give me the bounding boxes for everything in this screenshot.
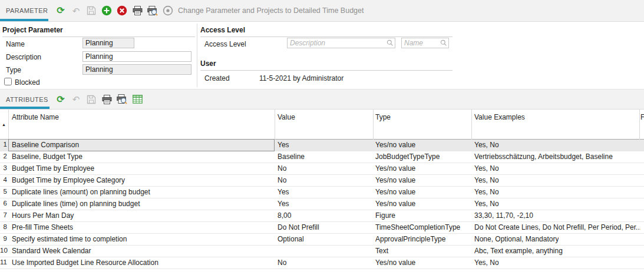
grid-view-icon[interactable] <box>130 93 145 106</box>
print-icon[interactable] <box>99 93 114 106</box>
cell-type[interactable]: Text <box>375 247 388 255</box>
active-tab-indicator <box>0 19 48 21</box>
cell-value[interactable]: No <box>278 259 286 267</box>
cell-value[interactable]: Yes <box>278 188 289 196</box>
cell-type[interactable]: ApprovalPrincipleType <box>375 235 445 243</box>
cell-value-examples[interactable]: Yes, No <box>474 200 499 208</box>
cell-value-examples[interactable]: 33,30, 11,70, -2,10 <box>474 211 533 220</box>
add-icon[interactable] <box>99 4 114 17</box>
section-title-user: User <box>200 59 453 71</box>
table-row[interactable]: 3 Budget Time by Employee No Yes/no valu… <box>0 163 644 175</box>
print-icon[interactable] <box>130 4 145 17</box>
cell-type[interactable]: Yes/no value <box>375 164 415 173</box>
cell-attribute-name[interactable]: Budget Time by Employee <box>12 164 94 173</box>
attributes-table: ▲ Attribute Name Value Type Value Exampl… <box>0 110 644 270</box>
cell-value-examples[interactable]: Yes, No <box>474 176 499 184</box>
tab-parameter[interactable]: PARAMETER <box>0 7 53 14</box>
cell-value-examples[interactable]: Do Not Create Lines, Do Not Prefill, Per… <box>474 223 640 231</box>
sort-ascending-icon[interactable]: ▲ <box>2 122 6 127</box>
column-header-value[interactable]: Value <box>278 113 295 121</box>
row-number: 4 <box>0 176 7 183</box>
table-row[interactable]: 5 Duplicate lines (amount) on planning b… <box>0 187 644 198</box>
attributes-toolbar: ATTRIBUTES ⟳ ↶ <box>0 89 644 110</box>
table-row[interactable]: 6 Duplicate lines (time) on planning bud… <box>0 198 644 210</box>
cell-type[interactable]: JobBudgetTypeType <box>375 153 440 161</box>
undo-icon[interactable]: ↶ <box>68 4 84 17</box>
cell-value-examples[interactable]: Vertriebsschätzung, Arbeitsbudget, Basel… <box>474 153 613 161</box>
description-label: Description <box>6 53 41 61</box>
cell-type[interactable]: Yes/no value <box>375 188 415 196</box>
column-header-type[interactable]: Type <box>375 113 391 121</box>
action-button-change-parameter[interactable]: Change Parameter and Projects to Detaile… <box>178 6 364 15</box>
cell-value[interactable]: Optional <box>278 235 304 243</box>
row-number: 5 <box>0 188 7 195</box>
save-icon[interactable] <box>84 93 99 106</box>
cell-attribute-name[interactable]: Specify estimated time to completion <box>12 235 127 243</box>
row-number: 7 <box>0 211 7 218</box>
created-label: Created <box>204 74 230 82</box>
table-row[interactable]: 1 Baseline Comparison Yes Yes/no value Y… <box>0 140 644 151</box>
cell-value[interactable]: No <box>278 164 286 173</box>
row-number: 11 <box>0 259 7 266</box>
cell-value-examples[interactable]: Yes, No <box>474 141 499 149</box>
cell-attribute-name[interactable]: Standard Week Calendar <box>12 247 91 255</box>
cell-type[interactable]: Yes/no value <box>375 176 415 184</box>
type-label: Type <box>6 66 21 74</box>
cell-attribute-name[interactable]: Duplicate lines (time) on planning budge… <box>12 200 140 208</box>
run-action-icon[interactable] <box>160 4 176 17</box>
cell-value[interactable]: Do Not Prefill <box>278 223 319 231</box>
cell-value[interactable]: Yes <box>278 200 289 208</box>
cell-value[interactable]: Yes <box>278 141 289 149</box>
cell-type[interactable]: Yes/no value <box>375 141 415 149</box>
table-row[interactable]: 11 Use Imported Budget Line Resource All… <box>0 257 644 269</box>
blocked-checkbox[interactable] <box>4 78 12 85</box>
cell-type[interactable]: Yes/no value <box>375 200 415 208</box>
cell-attribute-name[interactable]: Duplicate lines (amount) on planning bud… <box>12 188 150 196</box>
refresh-icon[interactable]: ⟳ <box>53 4 68 17</box>
table-row[interactable]: 7 Hours Per Man Day 8,00 Figure 33,30, 1… <box>0 210 644 222</box>
cell-attribute-name[interactable]: Baseline, Budget Type <box>12 153 82 161</box>
refresh-icon[interactable]: ⟳ <box>53 93 68 106</box>
cell-attribute-name[interactable]: Budget Time by Employee Category <box>12 176 125 184</box>
cell-value-examples[interactable]: Yes, No <box>474 259 499 267</box>
column-header-attribute-name[interactable]: Attribute Name <box>12 113 59 121</box>
cell-attribute-name[interactable]: Pre-fill Time Sheets <box>12 223 73 231</box>
access-level-description-input[interactable] <box>287 38 395 48</box>
cell-type[interactable]: Yes/no value <box>375 259 415 267</box>
table-row[interactable]: 8 Pre-fill Time Sheets Do Not Prefill Ti… <box>0 222 644 234</box>
table-row[interactable]: 2 Baseline, Budget Type Baseline JobBudg… <box>0 151 644 163</box>
description-field[interactable] <box>82 51 191 62</box>
table-row[interactable]: 10 Standard Week Calendar Text Abc, Text… <box>0 246 644 257</box>
print-preview-icon[interactable] <box>145 4 160 17</box>
save-icon[interactable] <box>84 4 99 17</box>
cell-type[interactable]: TimeSheetCompletionType <box>375 223 460 231</box>
cell-value-examples[interactable]: Yes, No <box>474 188 499 196</box>
access-level-description-search <box>287 38 395 48</box>
cell-attribute-name[interactable]: Use Imported Budget Line Resource Alloca… <box>12 259 158 267</box>
attributes-table-body: 1 Baseline Comparison Yes Yes/no value Y… <box>0 140 644 269</box>
name-field[interactable] <box>82 38 134 48</box>
cell-value[interactable]: Baseline <box>278 153 305 161</box>
row-number: 1 <box>0 141 7 148</box>
cell-value-examples[interactable]: Yes, No <box>474 164 499 173</box>
column-header-value-examples[interactable]: Value Examples <box>474 113 525 121</box>
tab-attributes[interactable]: ATTRIBUTES <box>0 96 53 103</box>
cell-value[interactable]: 8,00 <box>278 211 291 220</box>
cell-value[interactable]: No <box>278 176 286 184</box>
search-icon <box>387 39 394 47</box>
cell-attribute-name[interactable]: Hours Per Man Day <box>12 211 74 220</box>
table-row[interactable]: 4 Budget Time by Employee Category No Ye… <box>0 175 644 187</box>
delete-icon[interactable] <box>114 4 130 17</box>
panel-divider <box>197 24 197 87</box>
cell-value-examples[interactable]: None, Optional, Mandatory <box>474 235 559 243</box>
cell-attribute-name[interactable]: Baseline Comparison <box>12 141 79 149</box>
cell-type[interactable]: Figure <box>375 211 395 220</box>
table-row[interactable]: 9 Specify estimated time to completion O… <box>0 234 644 246</box>
cell-value-examples[interactable]: Abc, Text example, anything <box>474 247 563 255</box>
undo-icon[interactable]: ↶ <box>68 93 84 106</box>
created-value: 11-5-2021 by Administrator <box>259 74 344 82</box>
print-preview-icon[interactable] <box>114 93 130 106</box>
access-level-name-search <box>401 38 449 48</box>
column-header-clipped[interactable]: F <box>640 113 644 121</box>
type-field[interactable] <box>82 64 191 75</box>
